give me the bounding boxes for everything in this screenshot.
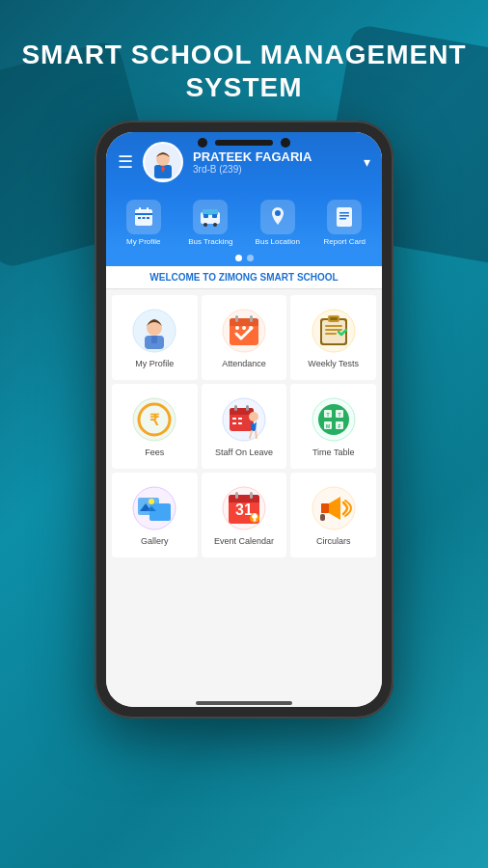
svg-rect-29 <box>230 322 258 326</box>
gallery-icon <box>130 484 178 532</box>
grid-row-2: ₹ Fees <box>110 382 378 471</box>
weekly-tests-icon <box>310 307 358 355</box>
dots-indicator <box>106 250 382 266</box>
bus-location-icon <box>260 200 295 234</box>
svg-rect-40 <box>325 325 342 327</box>
svg-rect-69 <box>149 503 171 521</box>
circulars-icon <box>310 484 358 532</box>
phone-camera-2 <box>281 138 290 148</box>
svg-point-17 <box>275 210 281 216</box>
attendance-label: Attendance <box>222 359 266 368</box>
phone-top-bar <box>198 138 290 148</box>
svg-rect-6 <box>139 207 141 211</box>
event-calendar-icon: 31 <box>220 484 268 532</box>
time-table-icon: T T M F <box>310 395 358 444</box>
phone-bottom-bar <box>196 701 292 705</box>
grid-item-staff-on-leave[interactable]: Staff On Leave <box>202 384 287 469</box>
svg-rect-77 <box>235 492 238 499</box>
bus-tracking-icon <box>193 200 228 234</box>
avatar-svg <box>145 144 181 180</box>
nav-icons-row: My Profile Bus Tracking Bus Location Rep… <box>106 192 382 250</box>
svg-text:T: T <box>338 412 340 418</box>
svg-rect-9 <box>142 217 145 219</box>
svg-rect-39 <box>330 317 338 320</box>
report-card-icon <box>327 200 362 234</box>
svg-point-34 <box>249 326 253 330</box>
grid-item-weekly-tests[interactable]: Weekly Tests <box>290 295 376 380</box>
grid-row-3: Gallery 31 <box>110 471 378 559</box>
svg-rect-30 <box>235 315 238 322</box>
svg-text:M: M <box>326 423 330 429</box>
grid-item-time-table[interactable]: T T M F Time Table <box>290 384 376 469</box>
svg-rect-51 <box>246 405 249 411</box>
svg-point-72 <box>149 499 154 504</box>
svg-rect-25 <box>151 336 157 343</box>
nav-label-bus-tracking: Bus Tracking <box>188 237 232 246</box>
nav-item-report-card[interactable]: Report Card <box>312 200 379 246</box>
svg-point-33 <box>242 326 246 330</box>
svg-rect-54 <box>238 418 242 420</box>
svg-text:₹: ₹ <box>149 412 160 428</box>
app-title-line1: SMART SCHOOL MANAGEMENT <box>21 40 466 69</box>
svg-rect-18 <box>337 207 352 227</box>
svg-rect-19 <box>339 212 349 214</box>
svg-rect-15 <box>203 214 208 218</box>
svg-rect-31 <box>250 315 253 322</box>
my-profile-label: My Profile <box>135 359 174 368</box>
user-class: 3rd-B (239) <box>193 164 354 175</box>
svg-rect-55 <box>232 422 236 424</box>
event-calendar-label: Event Calendar <box>214 536 274 546</box>
avatar <box>143 142 183 182</box>
dot-2 <box>247 255 254 261</box>
svg-rect-7 <box>147 207 149 211</box>
phone-frame: ☰ PRATEEK FAGARIA 3rd-B (239) <box>95 121 393 719</box>
staff-on-leave-label: Staff On Leave <box>215 448 273 457</box>
nav-label-bus-location: Bus Location <box>256 237 300 246</box>
user-info: PRATEEK FAGARIA 3rd-B (239) <box>193 149 354 175</box>
weekly-tests-label: Weekly Tests <box>308 359 359 368</box>
grid-row-1: My Profile <box>110 293 378 382</box>
svg-rect-8 <box>138 217 141 219</box>
app-title-line2: SYSTEM <box>185 72 302 102</box>
grid-item-gallery[interactable]: Gallery <box>112 473 198 557</box>
nav-label-report-card: Report Card <box>323 237 366 246</box>
app-title: SMART SCHOOL MANAGEMENT SYSTEM <box>21 39 466 103</box>
dropdown-arrow-icon[interactable]: ▾ <box>364 154 370 170</box>
nav-label-leaves: My Profile <box>126 237 161 246</box>
grid-item-circulars[interactable]: Circulars <box>290 473 376 557</box>
grid-item-event-calendar[interactable]: 31 Event Calendar <box>202 473 287 557</box>
attendance-icon <box>220 307 268 355</box>
welcome-banner: WELCOME TO ZIMONG SMART SCHOOL <box>106 266 382 289</box>
svg-point-58 <box>318 404 349 435</box>
svg-rect-53 <box>232 418 236 420</box>
nav-item-bus-location[interactable]: Bus Location <box>244 200 312 246</box>
circulars-label: Circulars <box>316 536 351 546</box>
svg-rect-85 <box>320 514 325 521</box>
gallery-label: Gallery <box>141 536 169 546</box>
nav-item-leaves[interactable]: My Profile <box>110 200 177 246</box>
svg-text:31: 31 <box>235 502 253 518</box>
phone-camera <box>198 138 207 148</box>
grid-item-attendance[interactable]: Attendance <box>202 295 287 380</box>
svg-rect-41 <box>325 329 342 331</box>
grid-item-my-profile[interactable]: My Profile <box>112 295 198 380</box>
fees-icon: ₹ <box>130 395 178 444</box>
dot-1 <box>235 255 242 261</box>
svg-point-14 <box>213 223 217 227</box>
svg-rect-20 <box>339 215 349 217</box>
time-table-label: Time Table <box>312 448 355 457</box>
staff-on-leave-icon <box>220 395 268 444</box>
menu-icon[interactable]: ☰ <box>118 151 133 173</box>
svg-rect-21 <box>339 218 346 220</box>
svg-rect-50 <box>234 405 237 411</box>
nav-item-bus-tracking[interactable]: Bus Tracking <box>177 200 245 246</box>
grid-item-fees[interactable]: ₹ Fees <box>112 384 198 469</box>
user-name: PRATEEK FAGARIA <box>193 149 354 164</box>
svg-point-32 <box>235 326 239 330</box>
welcome-text: WELCOME TO ZIMONG SMART SCHOOL <box>118 272 370 283</box>
leaves-icon <box>126 200 161 234</box>
svg-point-52 <box>249 412 258 421</box>
svg-point-81 <box>254 519 257 522</box>
svg-rect-10 <box>147 217 149 219</box>
svg-rect-16 <box>212 214 217 218</box>
